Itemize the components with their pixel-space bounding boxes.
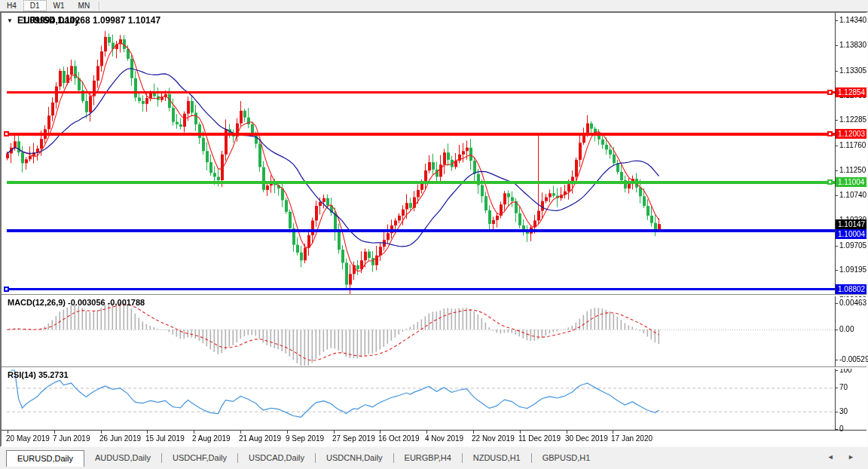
symbol-tab-bar: EURUSD,DailyAUDUSD,DailyUSDCHF,DailyUSDC…	[0, 448, 868, 469]
price-badge-1.12854: 1.12854	[836, 87, 866, 97]
rsi-indicator-label: RSI(14) 35.2731	[8, 370, 69, 379]
price-axis-label: 1.09195	[839, 265, 866, 274]
date-axis-label: 15 Jul 2019	[145, 434, 185, 443]
date-axis-label: 21 Aug 2019	[239, 434, 281, 443]
tab-audusd-daily[interactable]: AUDUSD,Daily	[84, 450, 161, 465]
date-axis-label: 22 Nov 2019	[472, 434, 515, 443]
level-handle-left-1.08802[interactable]	[4, 287, 9, 292]
rsi-axis-label: 30	[839, 407, 848, 415]
price-axis-label: 1.12285	[839, 115, 866, 124]
tab-scroll-arrows[interactable]: ◄ ►	[827, 453, 860, 461]
timeframe-button-h4[interactable]: H4	[0, 0, 23, 11]
tab-eurusd-daily[interactable]: EURUSD,Daily	[6, 450, 84, 467]
date-axis-label: 4 Nov 2019	[425, 434, 463, 443]
level-line-1.11004[interactable]	[7, 181, 835, 184]
level-line-1.12854[interactable]	[7, 91, 835, 93]
macd-axis-label: -0.005299	[839, 355, 868, 363]
macd-axis-label: 0.00463	[839, 299, 866, 307]
price-axis-label: 1.14340	[839, 16, 866, 24]
tab-nzdusd-h1[interactable]: NZDUSD,H1	[463, 450, 531, 465]
level-line-1.08802[interactable]	[7, 288, 835, 290]
date-axis-label: 2 Aug 2019	[192, 434, 231, 443]
date-axis-label: 26 Jun 2019	[99, 434, 141, 443]
price-axis-label: 1.11760	[839, 141, 866, 149]
price-axis-label: 1.13830	[839, 41, 866, 49]
price-badge-1.10147: 1.10147	[836, 219, 866, 229]
rsi-axis-label: 70	[839, 383, 848, 391]
date-axis-label: 11 Dec 2019	[518, 434, 561, 443]
price-badge-1.10004: 1.10004	[836, 229, 866, 239]
date-axis-label: 7 Jun 2019	[53, 434, 90, 443]
timeframe-button-w1[interactable]: W1	[47, 0, 72, 11]
date-axis-label: 30 Dec 2019	[565, 434, 608, 443]
symbol-dropdown-icon[interactable]: ▼	[7, 17, 13, 24]
tab-gbpusd-h1[interactable]: GBPUSD,H1	[532, 450, 601, 465]
tab-usdcnh-daily[interactable]: USDCNH,Daily	[316, 450, 393, 465]
date-axis-label: 9 Sep 2019	[286, 434, 324, 443]
date-axis-label: 17 Jan 2020	[611, 434, 653, 443]
date-axis-label: 20 May 2019	[6, 434, 50, 443]
ohlc-values: 1.09994 1.10268 1.09987 1.10147	[23, 15, 161, 26]
chart-window: ▼EURUSD,Daily 1.09994 1.10268 1.09987 1.…	[0, 11, 868, 447]
price-badge-1.08802: 1.08802	[836, 284, 866, 294]
chart-title: ▼EURUSD,Daily 1.09994 1.10268 1.09987 1.…	[7, 15, 23, 26]
timeframe-button-d1[interactable]: D1	[23, 0, 47, 11]
panel-separator-rsi[interactable]	[2, 366, 866, 369]
tab-usdchf-daily[interactable]: USDCHF,Daily	[162, 450, 237, 465]
level-handle-right-1.12003[interactable]	[827, 131, 833, 136]
panel-separator-macd[interactable]	[2, 294, 866, 296]
price-axis-label: 1.09705	[839, 241, 866, 250]
timeframe-button-mn[interactable]: MN	[72, 0, 97, 11]
macd-axis-label: 0.00	[839, 325, 854, 333]
level-handle-right-1.11004[interactable]	[827, 179, 833, 185]
timeframe-toolbar: H4D1W1MN	[0, 0, 868, 11]
price-badge-1.12003: 1.12003	[836, 129, 866, 139]
level-handle-left-1.12003[interactable]	[4, 131, 9, 136]
level-line-1.12003[interactable]	[7, 133, 835, 136]
price-axis-label: 1.11250	[839, 166, 866, 174]
level-handle-right-1.12854[interactable]	[827, 90, 833, 95]
price-axis-label: 1.10740	[839, 191, 866, 199]
date-axis-label: 16 Oct 2019	[378, 434, 419, 443]
time-axis-border	[2, 430, 866, 431]
rsi-axis-label: 0	[839, 425, 844, 433]
tab-usdcad-daily[interactable]: USDCAD,Daily	[238, 450, 315, 465]
toolbar-separator	[99, 2, 100, 11]
price-axis-label: 1.13305	[839, 66, 866, 75]
tab-eurgbp-h4[interactable]: EURGBP,H4	[394, 450, 462, 465]
price-badge-1.11004: 1.11004	[836, 177, 866, 187]
level-line-1.10004[interactable]	[7, 229, 835, 232]
date-axis-label: 27 Sep 2019	[332, 434, 375, 443]
macd-indicator-label: MACD(12,26,9) -0.003056 -0.001788	[8, 298, 145, 307]
